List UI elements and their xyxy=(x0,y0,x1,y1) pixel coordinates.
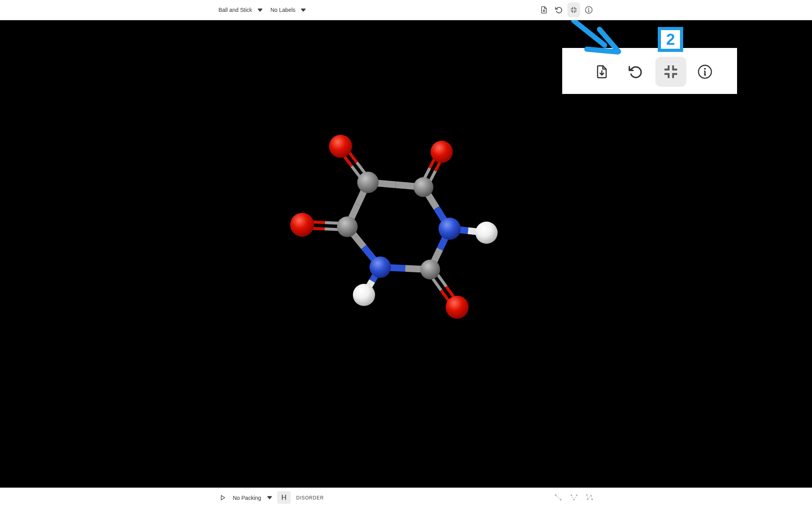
chevron-down-icon xyxy=(301,8,306,12)
disorder-toggle-button[interactable]: DISORDER xyxy=(296,488,324,507)
info-icon xyxy=(584,6,593,14)
atom-O[interactable] xyxy=(329,135,352,158)
play-icon xyxy=(219,494,226,501)
info-button[interactable] xyxy=(584,5,594,15)
file-download-icon xyxy=(594,64,610,80)
measure-torsion-button[interactable] xyxy=(585,493,594,502)
rotate-ccw-icon xyxy=(627,63,643,80)
atom-C[interactable] xyxy=(357,172,379,193)
labels-dropdown[interactable]: No Labels xyxy=(270,0,306,20)
hydrogen-toggle-label: H xyxy=(282,494,287,502)
measure-torsion-icon xyxy=(585,493,594,502)
collapse-view-button[interactable] xyxy=(567,2,580,17)
reset-view-button[interactable] xyxy=(554,5,563,15)
atom-C[interactable] xyxy=(414,177,433,197)
atom-O[interactable] xyxy=(290,213,314,237)
annotation-arrow xyxy=(563,17,630,61)
atom-O[interactable] xyxy=(431,141,453,163)
measure-distance-button[interactable] xyxy=(554,493,563,502)
atom-H[interactable] xyxy=(475,222,498,244)
packing-dropdown-value: No Packing xyxy=(233,495,261,501)
chevron-down-icon xyxy=(257,8,263,12)
measure-angle-button[interactable] xyxy=(570,493,578,502)
disorder-toggle-label: DISORDER xyxy=(296,495,324,501)
download-structure-button[interactable] xyxy=(539,5,549,15)
style-dropdown[interactable]: Ball and Stick xyxy=(218,0,263,20)
chevron-down-icon xyxy=(267,496,272,499)
play-button[interactable] xyxy=(219,494,226,501)
hydrogen-toggle-button[interactable]: H xyxy=(277,491,291,504)
measure-distance-icon xyxy=(554,493,563,502)
collapse-icon xyxy=(661,62,680,81)
molecule-viewport[interactable]: 2 xyxy=(0,20,812,488)
packing-dropdown[interactable]: No Packing xyxy=(233,488,272,507)
file-download-icon xyxy=(540,6,548,14)
measure-angle-icon xyxy=(570,493,578,502)
top-toolbar: Ball and Stick No Labels xyxy=(0,0,812,20)
labels-dropdown-value: No Labels xyxy=(270,7,295,13)
rotate-ccw-icon xyxy=(554,6,563,14)
bottom-toolbar: No Packing H DISORDER xyxy=(0,488,812,507)
atom-C[interactable] xyxy=(337,216,358,237)
step-number-badge: 2 xyxy=(658,27,683,52)
collapse-button-highlight xyxy=(655,57,686,87)
atom-C[interactable] xyxy=(420,260,440,279)
style-dropdown-value: Ball and Stick xyxy=(218,7,252,13)
atom-H[interactable] xyxy=(353,284,375,306)
atom-N[interactable] xyxy=(370,256,391,278)
info-icon xyxy=(697,63,713,80)
atom-O[interactable] xyxy=(446,296,469,319)
atom-N[interactable] xyxy=(439,218,461,240)
collapse-icon xyxy=(569,6,578,14)
step-number: 2 xyxy=(666,31,675,48)
